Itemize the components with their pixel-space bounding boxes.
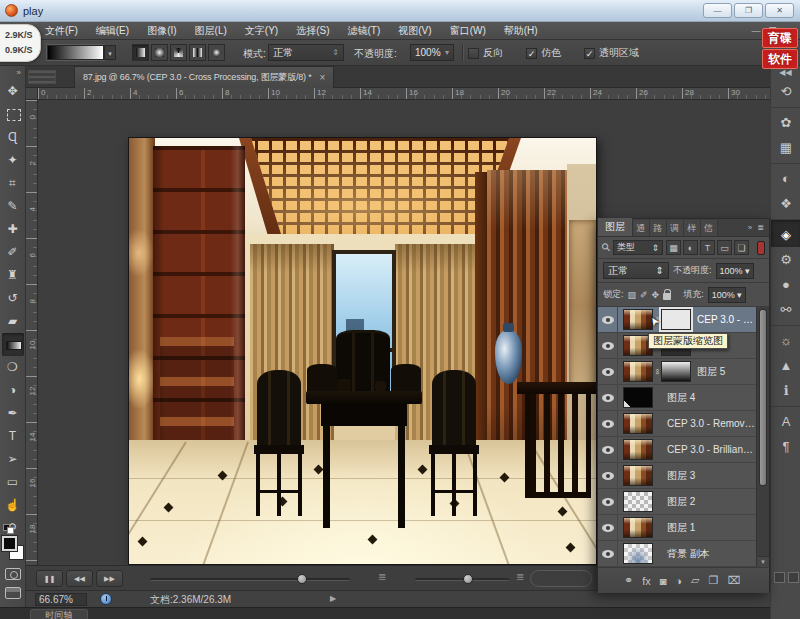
quick-selection-tool[interactable]: ✦ (2, 149, 24, 172)
eye-icon[interactable] (598, 385, 618, 410)
clone-stamp-tool[interactable]: ♜ (2, 264, 24, 287)
paths-panel-icon[interactable]: ● (771, 272, 800, 297)
layer-thumbnail[interactable] (623, 491, 653, 512)
layer-thumbnail[interactable] (623, 543, 653, 564)
layer-row[interactable]: 背景 副本 (598, 541, 769, 567)
mini-panel-icon[interactable] (774, 572, 785, 583)
path-selection-tool[interactable]: ➢ (2, 448, 24, 471)
shape-tool[interactable]: ▭ (2, 471, 24, 494)
eyedropper-tool[interactable]: ✎ (2, 195, 24, 218)
menu-item[interactable]: 图像(I) (138, 22, 185, 40)
window-close-button[interactable]: ✕ (765, 3, 794, 18)
transparency-checkbox[interactable]: ✓透明区域 (584, 46, 639, 60)
new-adjustment-layer-icon[interactable]: ◑ (675, 575, 682, 587)
slider-handle[interactable] (297, 574, 307, 584)
timeline-panel-tab[interactable]: 时间轴 (30, 609, 88, 619)
gradient-tool[interactable] (2, 333, 24, 356)
panel-collapse-icon[interactable]: » (748, 223, 752, 232)
layer-row[interactable]: CEP 3.0 - Remove Color ... (598, 411, 769, 437)
gradient-picker-arrow-icon[interactable]: ▾ (104, 45, 116, 60)
eraser-tool[interactable]: ▰ (2, 310, 24, 333)
brush-tool[interactable]: ✐ (2, 241, 24, 264)
channels-panel-icon[interactable]: ⚙ (771, 247, 800, 272)
panel-tab[interactable]: 路 (650, 220, 667, 236)
sun-panel-icon[interactable]: ☼ (771, 325, 800, 353)
color-panel-icon[interactable]: ✿ (771, 107, 800, 135)
layer-fill-field[interactable]: 100%▾ (708, 287, 746, 303)
layer-row[interactable]: 图层 1 (598, 515, 769, 541)
lock-all-icon[interactable] (663, 293, 671, 300)
color-swatches[interactable] (2, 536, 24, 562)
history-brush-tool[interactable]: ↺ (2, 287, 24, 310)
layer-blend-mode-dropdown[interactable]: 正常⇕ (603, 262, 669, 279)
layer-row[interactable]: 图层 4 (598, 385, 769, 411)
rewind-button[interactable]: ◀◀ (66, 570, 93, 587)
blur-tool[interactable]: ❍ (2, 356, 24, 379)
layer-row[interactable]: 图层 3 (598, 463, 769, 489)
window-maximize-button[interactable]: ❐ (734, 3, 763, 18)
eye-icon[interactable] (598, 411, 618, 436)
eye-icon[interactable] (598, 489, 618, 514)
character-panel-icon[interactable]: A (771, 406, 800, 434)
menu-item[interactable]: 文件(F) (36, 22, 87, 40)
status-expand-icon[interactable]: ▶ (330, 594, 336, 603)
move-tool[interactable]: ✥ (2, 80, 24, 103)
filter-kind-button[interactable]: ❏ (734, 240, 749, 255)
layer-thumbnail[interactable] (623, 413, 653, 434)
panel-tab[interactable]: 调 (667, 220, 684, 236)
forward-button[interactable]: ▶▶ (96, 570, 123, 587)
timeline-slider[interactable] (415, 578, 509, 581)
layer-opacity-field[interactable]: 100%▾ (716, 263, 754, 279)
layer-row[interactable]: ∞ CEP 3.0 - Cross... (598, 307, 769, 333)
doc-minimize-button[interactable]: — (751, 26, 760, 36)
opacity-dropdown[interactable]: 100%▾ (410, 44, 454, 61)
menu-item[interactable]: 滤镜(T) (339, 22, 390, 40)
eye-icon[interactable] (598, 463, 618, 488)
scroll-down-icon[interactable]: ▼ (757, 556, 769, 567)
timeline-settings-icon[interactable]: ≣ (378, 571, 386, 582)
swatches-panel-icon[interactable]: ▦ (771, 135, 800, 160)
layer-thumbnail[interactable] (623, 361, 653, 382)
filter-kind-button[interactable]: ◐ (683, 240, 698, 255)
eye-icon[interactable] (598, 437, 618, 462)
timeline-field[interactable] (530, 570, 592, 587)
add-layer-mask-icon[interactable]: ◙ (660, 575, 667, 587)
link-layers-icon[interactable]: ⚭ (624, 574, 633, 587)
radial-gradient-button[interactable] (151, 44, 168, 61)
close-tab-icon[interactable]: × (319, 72, 325, 83)
new-layer-icon[interactable]: ❐ (709, 574, 719, 587)
timeline-slider[interactable] (150, 578, 350, 581)
layer-mask-thumbnail[interactable] (661, 309, 691, 330)
eye-icon[interactable] (598, 333, 618, 358)
menu-item[interactable]: 图层(L) (186, 22, 236, 40)
linear-gradient-button[interactable] (132, 44, 149, 61)
angle-gradient-button[interactable] (170, 44, 187, 61)
quick-mask-button[interactable] (5, 568, 21, 580)
layer-row[interactable]: ∞ 图层 5 (598, 359, 769, 385)
healing-brush-tool[interactable]: ✚ (2, 218, 24, 241)
panel-tab[interactable]: 样 (684, 220, 701, 236)
eye-icon[interactable] (598, 307, 618, 332)
gradient-preview[interactable] (47, 45, 104, 60)
marquee-tool[interactable] (2, 103, 24, 126)
lasso-tool[interactable]: Ɋ (2, 126, 24, 149)
layer-style-icon[interactable]: fx (642, 575, 651, 587)
menu-item[interactable]: 编辑(E) (87, 22, 138, 40)
filter-kind-button[interactable]: ▭ (717, 240, 732, 255)
panel-tab[interactable]: 通 (633, 220, 650, 236)
panel-menu-icon[interactable]: ≣ (757, 223, 764, 232)
tab-layers[interactable]: 图层 (598, 218, 633, 236)
menu-item[interactable]: 选择(S) (287, 22, 338, 40)
layer-mask-thumbnail[interactable] (661, 361, 691, 382)
layer-thumbnail[interactable] (623, 439, 653, 460)
scrollbar-thumb[interactable] (759, 309, 767, 486)
layer-thumbnail[interactable] (623, 465, 653, 486)
timeline-settings-icon[interactable]: ≣ (516, 571, 524, 582)
type-tool[interactable]: T (2, 425, 24, 448)
diamond-gradient-button[interactable] (208, 44, 225, 61)
lock-transparency-icon[interactable]: ▨ (628, 290, 637, 300)
filter-type-dropdown[interactable]: 类型⇕ (613, 240, 663, 255)
dodge-tool[interactable]: ◑ (2, 379, 24, 402)
blend-mode-dropdown[interactable]: 正常⇕ (268, 44, 344, 61)
layers-panel-icon[interactable]: ◈ (771, 219, 800, 247)
